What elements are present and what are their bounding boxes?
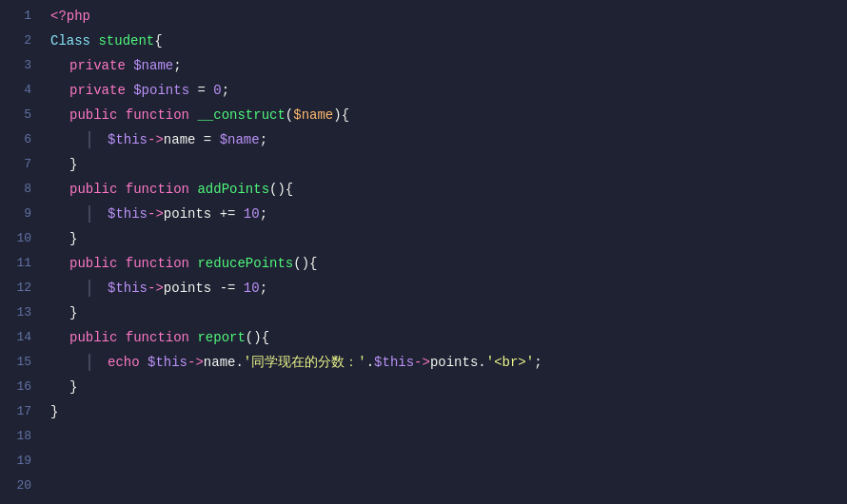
token-brace: ){ <box>333 103 349 127</box>
token-string: '同学现在的分数：' <box>244 350 366 375</box>
token-string: '<br>' <box>486 350 534 375</box>
token-text-content: -= <box>211 276 244 300</box>
token-property: name <box>164 127 196 152</box>
token-property: points <box>164 202 211 226</box>
line-number: 2 <box>11 29 31 53</box>
indent-bar <box>89 131 90 148</box>
line-number: 17 <box>11 399 31 424</box>
token-arrow: -> <box>148 127 164 152</box>
line-number: 5 <box>11 103 31 127</box>
token-variable: $this <box>148 350 187 375</box>
line-number: 18 <box>11 424 31 449</box>
code-line: $this->name = $name; <box>50 127 839 152</box>
token-brace: } <box>69 375 77 399</box>
code-line: } <box>50 152 839 177</box>
code-line: } <box>50 300 839 325</box>
token-modifier: public <box>69 103 126 127</box>
token-number: 0 <box>213 78 221 103</box>
token-text-content: . <box>235 350 243 375</box>
token-variable: $this <box>374 350 414 375</box>
indent-bar <box>89 354 90 371</box>
token-text-content: = <box>195 127 219 152</box>
token-modifier: private <box>69 78 133 103</box>
token-brace: } <box>50 399 58 424</box>
line-number: 8 <box>11 177 31 202</box>
token-function-kw: function <box>126 177 198 202</box>
token-variable: $this <box>108 202 148 226</box>
token-modifier: echo <box>108 350 148 375</box>
token-number: 10 <box>244 276 260 300</box>
line-number: 4 <box>11 78 31 103</box>
token-param: $name <box>293 103 333 127</box>
token-text-content: ; <box>260 276 267 300</box>
token-text-content: ; <box>534 350 542 375</box>
token-text-content: . <box>366 350 374 375</box>
token-modifier: public <box>69 251 126 276</box>
token-property: points <box>430 350 478 375</box>
line-number: 19 <box>11 449 31 474</box>
token-function-kw: function <box>126 325 198 350</box>
token-text-content: . <box>478 350 485 375</box>
token-arrow: -> <box>148 276 164 300</box>
token-function-name: __construct <box>197 103 285 127</box>
token-brace: ( <box>286 103 293 127</box>
code-line: echo $this->name.'同学现在的分数：'.$this->point… <box>50 350 839 375</box>
token-property: points <box>164 276 211 300</box>
code-line: } <box>50 375 839 399</box>
code-editor: 12345678910111213141516171819202122 <?ph… <box>0 0 847 504</box>
token-text-content: ; <box>173 53 181 78</box>
token-text-content: ; <box>260 202 267 226</box>
code-line: $this->points -= 10; <box>50 276 839 300</box>
code-content[interactable]: <?phpClass student{private $name;private… <box>43 4 847 500</box>
token-function-name: reducePoints <box>197 251 293 276</box>
token-brace: } <box>69 152 77 177</box>
indent-bar <box>89 280 90 297</box>
line-number: 16 <box>11 375 31 399</box>
line-number: 15 <box>11 350 31 375</box>
line-number: 3 <box>11 53 31 78</box>
code-line: } <box>50 226 839 251</box>
line-number: 11 <box>11 251 31 276</box>
token-php-tag: <?php <box>50 4 90 29</box>
token-classname: student <box>98 29 154 53</box>
line-numbers: 12345678910111213141516171819202122 <box>0 4 43 500</box>
token-brace: (){ <box>246 325 269 350</box>
token-function-kw: function <box>126 251 198 276</box>
token-property: name <box>204 350 236 375</box>
token-arrow: -> <box>414 350 430 375</box>
token-variable: $name <box>220 127 260 152</box>
token-text-content: ; <box>260 127 267 152</box>
token-variable: $points <box>133 78 189 103</box>
line-number: 13 <box>11 300 31 325</box>
code-line: public function reducePoints(){ <box>50 251 839 276</box>
line-number: 9 <box>11 202 31 226</box>
line-number: 20 <box>11 474 31 498</box>
code-line: public function report(){ <box>50 325 839 350</box>
code-line: } <box>50 399 839 424</box>
token-brace: } <box>69 226 77 251</box>
token-brace: (){ <box>293 251 317 276</box>
token-modifier: public <box>69 177 126 202</box>
line-number: 7 <box>11 152 31 177</box>
code-line: public function __construct($name){ <box>50 103 839 127</box>
code-line: $this->points += 10; <box>50 202 839 226</box>
line-number: 14 <box>11 325 31 350</box>
token-function-name: addPoints <box>197 177 269 202</box>
code-line: public function addPoints(){ <box>50 177 839 202</box>
code-line: <?php <box>50 4 839 29</box>
token-variable: $this <box>108 127 148 152</box>
token-brace: (){ <box>269 177 293 202</box>
token-function-kw: function <box>126 103 198 127</box>
code-line: private $points = 0; <box>50 78 839 103</box>
token-text-content: += <box>211 202 244 226</box>
token-text-content: = <box>189 78 213 103</box>
token-keyword: Class <box>50 29 98 53</box>
token-brace: } <box>69 300 77 325</box>
token-modifier: public <box>69 325 126 350</box>
token-arrow: -> <box>187 350 204 375</box>
token-function-name: report <box>197 325 245 350</box>
token-variable: $this <box>108 276 148 300</box>
line-number: 21 <box>11 498 31 504</box>
line-number: 6 <box>11 127 31 152</box>
token-modifier: private <box>69 53 133 78</box>
